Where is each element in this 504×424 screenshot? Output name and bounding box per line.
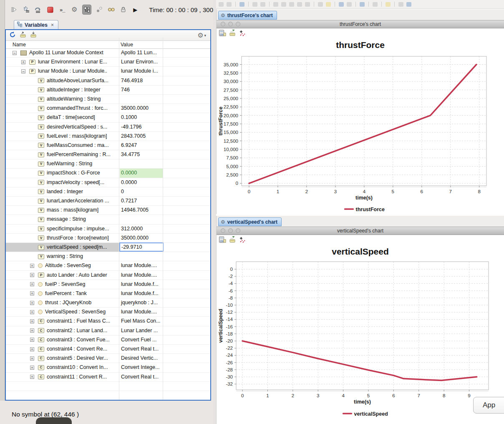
table-row[interactable]: Vlanded : Integer0	[6, 187, 210, 197]
add-series-icon[interactable]	[229, 30, 236, 37]
step-over-icon[interactable]	[34, 5, 43, 14]
row-value-cell[interactable]: Convert Real t...	[120, 345, 163, 353]
table-row[interactable]: VimpactShock : G-Force0.0000	[6, 169, 210, 178]
table-row[interactable]: +Cconstraint10 : Convert In...Convert In…	[6, 363, 210, 372]
chart-properties-icon[interactable]	[239, 30, 246, 37]
row-value-cell[interactable]: 34.4775	[120, 150, 163, 159]
table-row[interactable]: −Apollo 11 Lunar Module ContextApollo 11…	[6, 48, 210, 58]
expand-icon[interactable]: +	[30, 282, 34, 286]
collapse-icon[interactable]: −	[13, 51, 17, 55]
table-row[interactable]: +Plunar Environment : Lunar E...Lunar En…	[6, 58, 210, 67]
row-value-cell[interactable]: 746.4918	[120, 76, 163, 85]
row-value-cell[interactable]: Apollo 11 Lun...	[120, 48, 163, 57]
table-row[interactable]: +Cconstraint2 : Lunar Land...Lunar Lande…	[6, 326, 210, 336]
row-value-cell[interactable]: Lunar Environ...	[120, 58, 163, 66]
step-into-icon[interactable]	[22, 5, 30, 14]
empty-table-row[interactable]	[6, 391, 210, 400]
expand-icon[interactable]: +	[30, 301, 34, 305]
row-value-cell[interactable]: 0.1000	[120, 113, 163, 122]
row-value-cell[interactable]: 312.0000	[120, 225, 163, 233]
expand-icon[interactable]: +	[30, 375, 34, 379]
table-row[interactable]: VthrustForce : force[newton]35000.0000	[6, 234, 210, 243]
row-value-cell[interactable]: 0.0000	[120, 178, 163, 187]
toolbar-icon[interactable]	[347, 2, 352, 7]
toolbar-icon[interactable]	[281, 2, 286, 7]
row-value-cell[interactable]	[120, 95, 163, 103]
row-value-cell[interactable]: lunar Module....	[120, 261, 163, 270]
table-row[interactable]: +Pauto Lander : Auto Landerlunar Module.…	[6, 271, 210, 280]
table-row[interactable]: VspecificImpulse : impulse...312.0000	[6, 225, 210, 234]
toolbar-icon[interactable]	[239, 2, 244, 7]
row-value-cell[interactable]: Lunar Lander ...	[120, 326, 163, 335]
table-row[interactable]: VfuelWarning : String	[6, 159, 210, 169]
export-csv-icon[interactable]: CSV	[219, 29, 226, 37]
toolbar-icon[interactable]	[289, 2, 294, 7]
row-value-cell[interactable]: 35000.0000	[120, 104, 163, 113]
tab-variables[interactable]: Variables ×	[14, 20, 58, 29]
toolbar-icon[interactable]	[252, 2, 257, 7]
table-row[interactable]: VverticalSpeed : speed[m...	[6, 243, 210, 252]
table-row[interactable]: VfuelMassConsumed : ma...6.9247	[6, 141, 210, 150]
expand-icon[interactable]: +	[30, 366, 34, 370]
toolbar-icon[interactable]	[273, 2, 278, 7]
expand-icon[interactable]: +	[30, 338, 34, 342]
refresh-icon[interactable]	[9, 31, 16, 40]
toolbar-icon[interactable]	[318, 2, 323, 7]
row-value-cell[interactable]: Convert Intege...	[120, 363, 163, 372]
terminate-icon[interactable]	[46, 5, 55, 14]
toolbar-icon[interactable]	[326, 2, 331, 7]
table-row[interactable]: +Altitude : SevenSeglunar Module....	[6, 261, 210, 270]
table-row[interactable]: VfuelLevel : mass[kilogram]2843.7005	[6, 132, 210, 141]
watch-icon[interactable]	[107, 5, 116, 14]
table-row[interactable]: ValtitudeWarning : String	[6, 95, 210, 104]
remove-watch-icon[interactable]	[30, 31, 37, 40]
toolbar-icon[interactable]	[360, 2, 365, 7]
row-value-cell[interactable]: lunar Module.f...	[120, 280, 163, 289]
toolbar-icon[interactable]	[339, 2, 344, 7]
value-editor[interactable]	[119, 242, 164, 252]
add-series-icon[interactable]	[229, 236, 236, 243]
column-header-name[interactable]: Name	[13, 42, 26, 48]
table-row[interactable]: ValtitudeInteger : Integer746	[6, 86, 210, 95]
pane-divider[interactable]	[213, 0, 216, 424]
toolbar-icon[interactable]	[227, 2, 232, 7]
table-row[interactable]: VlunarLanderAcceleration ...0.7217	[6, 197, 210, 206]
expand-icon[interactable]: +	[30, 291, 34, 295]
row-value-cell[interactable]: lunar Module....	[120, 308, 163, 316]
row-value-cell[interactable]: 746	[120, 86, 163, 94]
table-row[interactable]: VfuelPercentRemaining : R...34.4775	[6, 150, 210, 159]
table-row[interactable]: VdeltaT : time[second]0.1000	[6, 113, 210, 122]
table-row[interactable]: +Cconstraint5 : Desired Ver...Desired Ve…	[6, 354, 210, 363]
row-value-cell[interactable]	[120, 215, 163, 224]
row-value-cell[interactable]: lunar Module i...	[120, 67, 163, 76]
toolbar-icon[interactable]	[373, 2, 378, 7]
row-value-cell[interactable]: 35000.0000	[120, 234, 163, 242]
add-watch-icon[interactable]	[20, 31, 26, 40]
row-value-cell[interactable]: 0	[120, 187, 163, 196]
resume-icon[interactable]	[10, 5, 18, 14]
expand-icon[interactable]: +	[21, 60, 25, 64]
table-row[interactable]: Vmass : mass[kilogram]14946.7005	[6, 206, 210, 215]
toolbar-icon[interactable]	[305, 2, 310, 7]
expand-icon[interactable]: +	[30, 328, 34, 333]
empty-table-row[interactable]	[6, 382, 210, 391]
toolbar-icon[interactable]	[398, 2, 403, 7]
table-row[interactable]: VcommandedThrust : forc...35000.0000	[6, 104, 210, 113]
collapse-icon[interactable]: −	[21, 69, 25, 73]
row-value-cell[interactable]: lunar Module....	[120, 271, 163, 280]
expand-icon[interactable]: +	[30, 273, 34, 277]
more-icon[interactable]: »_	[58, 5, 66, 14]
expand-icon[interactable]: +	[30, 356, 34, 361]
row-value-cell[interactable]: lunar Module.f...	[120, 289, 163, 298]
table-row[interactable]: VimpactVelocity : speed[...0.0000	[6, 178, 210, 187]
table-row[interactable]: +Cconstraint4 : Convert Re...Convert Rea…	[6, 345, 210, 354]
toolbar-icon[interactable]	[219, 2, 224, 7]
toolbar-icon[interactable]	[297, 2, 302, 7]
table-row[interactable]: +VerticalSpeed : SevenSeglunar Module...…	[6, 308, 210, 317]
view-menu-button[interactable]: ⚙ ▾	[197, 32, 206, 39]
row-value-cell[interactable]: Convert Real t...	[120, 373, 163, 381]
table-row[interactable]: Vmessage : String	[6, 215, 210, 224]
table-row[interactable]: +Cconstraint3 : Convert Fue...Convert Fu…	[6, 336, 210, 345]
column-header-value[interactable]: Value	[121, 42, 133, 48]
breakpoint-icon[interactable]	[95, 5, 103, 14]
